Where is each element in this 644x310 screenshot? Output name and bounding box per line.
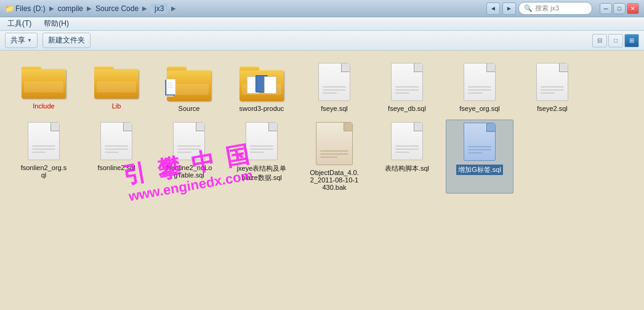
folder-source-icon	[167, 63, 211, 101]
folder-source[interactable]: Source	[155, 60, 223, 115]
file-fseye-org[interactable]: fseye_org.sql	[446, 60, 513, 115]
svg-rect-2	[166, 79, 175, 94]
breadcrumb-arrow-3: ▶	[141, 5, 148, 12]
file-fseye-label: fseye.sql	[321, 105, 347, 112]
folder-lib-label: Lib	[112, 102, 121, 110]
file-objectdata-label: ObjectData_4.0.2_2011-08-10-1430.bak	[310, 169, 359, 191]
folder-icon: 📁	[5, 4, 14, 13]
breadcrumb-files[interactable]: 📁 Files (D:)	[5, 4, 46, 13]
file-fsonline2-icon	[100, 122, 132, 160]
new-folder-label: 新建文件夹	[48, 35, 85, 46]
window-controls: ─ □ ✕	[600, 3, 639, 14]
file-fseye-icon	[318, 63, 350, 101]
folder-include[interactable]: Include	[10, 60, 78, 115]
menu-help[interactable]: 帮助(H)	[41, 17, 71, 30]
file-add-g-tag-label: 增加G标签.sql	[456, 165, 503, 175]
file-jxeye[interactable]: jxeye表结构及单blaze数据.sql	[228, 120, 296, 194]
title-bar-right: ◄ ► 🔍 搜索 jx3 ─ □ ✕	[486, 2, 639, 15]
view-mode-button-1[interactable]: ⊟	[592, 34, 607, 47]
toolbar: 共享 ▼ 新建文件夹 ⊟ □ ⊞	[0, 31, 644, 51]
menu-tools[interactable]: 工具(T)	[5, 17, 34, 30]
search-icon: 🔍	[524, 4, 533, 12]
breadcrumb-area: 📁 Files (D:) ▶ compile ▶ Source Code ▶ j…	[5, 4, 486, 14]
file-fseye-org-icon	[464, 63, 496, 101]
file-fseye-db-label: fseye_db.sql	[388, 105, 426, 112]
file-fsonline2-nolog-label: fsonline2_noLogTable.sql	[166, 164, 212, 179]
view-mode-button-2[interactable]: □	[608, 34, 623, 47]
content-area: 引 攀 中 国 www.enginedx.com Include Lib	[0, 51, 644, 310]
file-fsonline2-nolog[interactable]: fsonline2_noLogTable.sql	[155, 120, 223, 194]
breadcrumb-sourcecode[interactable]: Source Code	[95, 4, 139, 13]
folder-sword3[interactable]: sword3-produc	[228, 60, 296, 115]
sword-pages-decoration	[247, 71, 276, 95]
folder-sword3-icon	[239, 63, 284, 101]
file-fseye-org-label: fseye_org.sql	[459, 105, 499, 112]
file-fseye2-label: fseye2.sql	[537, 105, 568, 112]
file-fseye2[interactable]: fseye2.sql	[518, 60, 586, 115]
share-button[interactable]: 共享 ▼	[5, 33, 38, 48]
folder-include-icon	[22, 63, 66, 99]
minimize-button[interactable]: ─	[600, 3, 612, 14]
file-fseye2-icon	[536, 63, 568, 101]
file-table-script-label: 表结构脚本.sql	[385, 164, 429, 173]
file-fsonlien2-org-icon	[28, 122, 60, 160]
folder-lib-icon	[94, 63, 139, 99]
view-mode-button-3[interactable]: ⊞	[624, 34, 639, 47]
back-button[interactable]: ◄	[486, 2, 500, 15]
breadcrumb-jx3[interactable]: jx3	[151, 4, 167, 14]
file-fseye-db-icon	[391, 63, 423, 101]
folder-source-label: Source	[179, 105, 200, 112]
menu-bar: 工具(T) 帮助(H)	[0, 17, 644, 31]
file-fsonlien2-org-label: fsonlien2_org.sql	[21, 164, 67, 179]
file-table-script[interactable]: 表结构脚本.sql	[373, 120, 441, 194]
file-jxeye-label: jxeye表结构及单blaze数据.sql	[237, 164, 287, 182]
file-fsonline2-label: fsonline2.sql	[97, 164, 135, 171]
breadcrumb-compile[interactable]: compile	[58, 4, 83, 13]
new-folder-button[interactable]: 新建文件夹	[42, 33, 91, 48]
share-label: 共享	[10, 35, 25, 46]
view-controls: ⊟ □ ⊞	[592, 34, 639, 47]
breadcrumb-arrow-4: ▶	[170, 5, 177, 12]
close-button[interactable]: ✕	[627, 3, 639, 14]
file-fsonline2[interactable]: fsonline2.sql	[83, 120, 150, 194]
forward-button[interactable]: ►	[502, 2, 516, 15]
maximize-button[interactable]: □	[613, 3, 626, 14]
search-box[interactable]: 🔍 搜索 jx3	[518, 2, 592, 15]
file-objectdata[interactable]: ObjectData_4.0.2_2011-08-10-1430.bak	[300, 120, 368, 194]
breadcrumb-arrow-2: ▶	[86, 5, 93, 12]
file-fsonlien2-org[interactable]: fsonlien2_org.sql	[10, 120, 78, 194]
breadcrumb-arrow-1: ▶	[48, 5, 55, 12]
file-objectdata-icon	[316, 122, 353, 165]
title-bar: 📁 Files (D:) ▶ compile ▶ Source Code ▶ j…	[0, 0, 644, 17]
folder-sword3-label: sword3-produc	[239, 105, 284, 112]
file-fseye-db[interactable]: fseye_db.sql	[373, 60, 441, 115]
file-fseye[interactable]: fseye.sql	[300, 60, 368, 115]
file-add-g-tag-icon	[464, 123, 496, 161]
file-fsonline2-nolog-icon	[173, 122, 205, 160]
file-add-g-tag[interactable]: 增加G标签.sql	[446, 120, 513, 194]
file-jxeye-icon	[246, 122, 278, 160]
folder-lib[interactable]: Lib	[83, 60, 150, 115]
folder-include-label: Include	[33, 102, 54, 110]
file-table-script-icon	[391, 122, 423, 160]
share-dropdown-arrow: ▼	[27, 38, 32, 43]
